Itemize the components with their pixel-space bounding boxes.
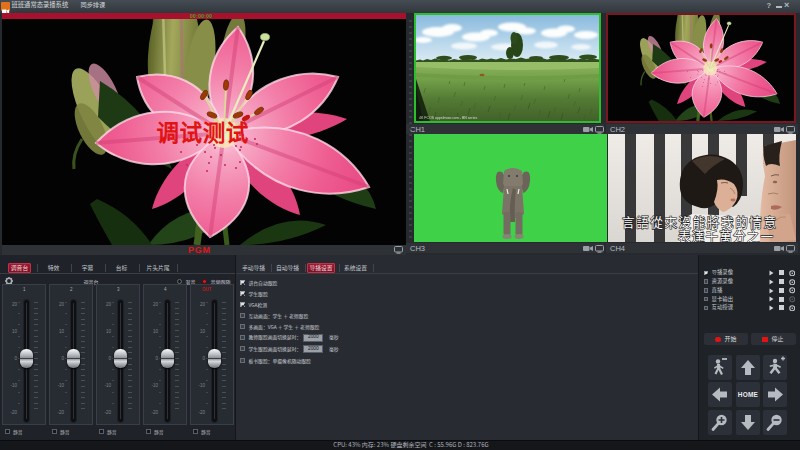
- svg-text:表達千萬分之一: 表達千萬分之一: [678, 226, 773, 242]
- svg-text:HOME: HOME: [738, 391, 759, 398]
- svg-text:4K FCOS appelmoor.com - BN ser: 4K FCOS appelmoor.com - BN series: [419, 116, 477, 120]
